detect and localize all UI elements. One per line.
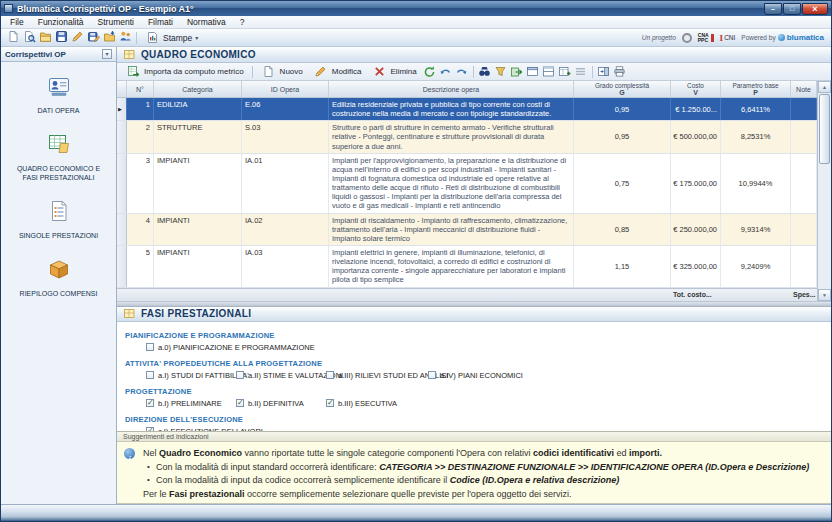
table-row[interactable]: 2STRUTTURES.03Strutture o parti di strut… — [117, 121, 817, 153]
sidebar-item-singole-prestazioni[interactable]: SINGOLE PRESTAZIONI — [1, 199, 116, 240]
checkbox-icon[interactable] — [236, 371, 244, 379]
checkbox-icon[interactable] — [428, 371, 436, 379]
column-header-descrizione-opera[interactable]: Descrizione opera — [329, 81, 574, 97]
close-button[interactable] — [802, 3, 828, 15]
fasi-option-b-i-preliminare[interactable]: b.I) PRELIMINARE — [146, 399, 236, 408]
redo-button[interactable] — [454, 64, 470, 79]
sidebar-header: Corrispettivi OP — [1, 47, 116, 62]
button-label: Modifica — [332, 67, 362, 76]
column-header-categoria[interactable]: Categoria — [154, 81, 242, 97]
minimize-button[interactable] — [764, 3, 782, 15]
menu-strumenti[interactable]: Strumenti — [91, 16, 141, 29]
scrollbar-thumb[interactable] — [819, 94, 830, 164]
row-indicator — [117, 246, 127, 287]
fasi-option-a-iv-piani-economici[interactable]: a.IV) PIANI ECONOMICI — [428, 371, 523, 380]
save-as-button[interactable] — [85, 29, 101, 44]
modifica-button[interactable]: Modifica — [308, 64, 367, 79]
sidebar-item-dati-opera[interactable]: DATI OPERA — [1, 74, 116, 115]
cell-descrizione: Impianti per l'approvvigionamento, la pr… — [329, 154, 574, 213]
sidebar-item-quadro-economico-e-fasi-prestazionali[interactable]: QUADRO ECONOMICO E FASI PRESTAZIONALI — [1, 132, 116, 182]
checkbox-checked-icon[interactable] — [326, 399, 334, 407]
fasi-option-a-ii-stime-e-valutazioni[interactable]: a.II) STIME E VALUTAZIONI — [236, 371, 326, 380]
row-indicator — [117, 121, 127, 152]
menu-file[interactable]: File — [3, 16, 31, 29]
checkbox-checked-icon[interactable] — [146, 427, 154, 431]
menu-filmati[interactable]: Filmati — [141, 16, 180, 29]
preview-button[interactable] — [21, 29, 37, 44]
elimina-button[interactable]: Elimina — [367, 64, 422, 79]
table-row[interactable]: 1EDILIZIAE.06Edilizia residenziale priva… — [117, 98, 817, 121]
row-indicator — [117, 154, 127, 213]
column-header-id-opera[interactable]: ID Opera — [242, 81, 329, 97]
dati-opera-icon — [47, 74, 71, 102]
checkbox-icon[interactable] — [326, 371, 334, 379]
table-row[interactable]: 4IMPIANTIIA.02Impianti di riscaldamento … — [117, 214, 817, 246]
importa-da-computo-metrico-button[interactable]: Importa da computo metrico — [120, 64, 249, 79]
fasi-option-a-iii-rilievi-studi-ed-analisi[interactable]: a.III) RILIEVI STUDI ED ANALISI — [326, 371, 428, 380]
find-button[interactable] — [477, 64, 493, 79]
toolbar-icons — [5, 29, 133, 47]
table-columns: N°CategoriaID OperaDescrizione operaGrad… — [117, 81, 817, 301]
table-scrollbar[interactable]: ▲ ▼ — [817, 81, 831, 301]
cell-p: 10,9944% — [721, 154, 791, 213]
sidebar-item-riepilogo-compensi[interactable]: RIEPILOGO COMPENSI — [1, 257, 116, 298]
table-row[interactable]: 5IMPIANTIIA.03Impianti elettrici in gene… — [117, 246, 817, 288]
fasi-option-a-0-pianificazione-e-programmazione[interactable]: a.0) PIANIFICAZIONE E PROGRAMMAZIONE — [146, 343, 315, 352]
menu-funzionalita[interactable]: Funzionalità — [31, 16, 91, 29]
print-button[interactable] — [612, 64, 628, 79]
app-icon — [4, 4, 13, 13]
export-button[interactable] — [509, 64, 525, 79]
checkbox-checked-icon[interactable] — [236, 399, 244, 407]
checkbox-checked-icon[interactable] — [146, 399, 154, 407]
stampe-button[interactable]: Stampe ▾ — [140, 30, 202, 45]
column-header-grado-complessita[interactable]: Grado complessitàG — [574, 81, 671, 97]
checkbox-icon[interactable] — [146, 343, 154, 351]
scroll-down-icon[interactable]: ▼ — [818, 289, 831, 301]
card-view-button[interactable] — [525, 64, 541, 79]
new-document-button[interactable] — [5, 29, 21, 44]
table-row[interactable]: 3IMPIANTIIA.01Impianti per l'approvvigio… — [117, 154, 817, 214]
list-view-button[interactable] — [573, 64, 589, 79]
fasi-option-b-ii-definitiva[interactable]: b.II) DEFINITIVA — [236, 399, 326, 408]
column-header-n[interactable]: N° — [127, 81, 154, 97]
cell-p: 6,6411% — [721, 98, 791, 120]
maximize-button[interactable] — [783, 3, 801, 15]
nuovo-button[interactable]: Nuovo — [256, 64, 308, 79]
panel-button[interactable] — [596, 64, 612, 79]
fasi-group-label-progettazione: PROGETTAZIONE — [125, 387, 831, 396]
new-window-icon — [557, 64, 573, 79]
new-window-button[interactable] — [557, 64, 573, 79]
spese-label: Spes... — [791, 289, 817, 301]
footer-cell — [329, 289, 574, 301]
undo-button[interactable] — [438, 64, 454, 79]
filter-button[interactable] — [493, 64, 509, 79]
footer-cell — [242, 289, 329, 301]
suggestion-line: Nel Quadro Economico vanno riportate tut… — [143, 447, 823, 461]
scroll-up-icon[interactable]: ▲ — [818, 81, 831, 93]
window-controls — [764, 3, 828, 15]
list-view-icon — [573, 64, 589, 79]
edit-button[interactable] — [69, 29, 85, 44]
cna-ppc-logo: CNA PPC — [698, 33, 714, 43]
users-button[interactable] — [117, 29, 133, 44]
split-view-button[interactable] — [541, 64, 557, 79]
fasi-option-a-i-studi-di-fattibilita[interactable]: a.I) STUDI DI FATTIBILITA' — [146, 371, 236, 380]
refresh-button[interactable] — [422, 64, 438, 79]
scrollbar-track[interactable] — [818, 165, 831, 289]
save-button[interactable] — [53, 29, 69, 44]
menu-normativa[interactable]: Normativa — [180, 16, 233, 29]
menu-help[interactable]: ? — [233, 16, 252, 29]
suggestions-body: Nel Quadro Economico vanno riportate tut… — [117, 442, 831, 504]
ppc-label: PPC — [698, 38, 709, 43]
checkbox-icon[interactable] — [146, 371, 154, 379]
column-header-costo[interactable]: CostoV — [671, 81, 721, 97]
suggestion-line: Con la modalità di input standard occorr… — [143, 461, 823, 475]
fasi-option-b-iii-esecutiva[interactable]: b.III) ESECUTIVA — [326, 399, 397, 408]
pin-icon[interactable] — [102, 49, 112, 59]
column-header-note[interactable]: Note — [791, 81, 817, 97]
column-header-parametro-base[interactable]: Parametro baseP — [721, 81, 791, 97]
open-folder-button[interactable] — [37, 29, 53, 44]
import-folder-button[interactable] — [101, 29, 117, 44]
cell-v: € 500.000,00 — [671, 121, 721, 152]
section-grid-icon — [121, 47, 137, 62]
